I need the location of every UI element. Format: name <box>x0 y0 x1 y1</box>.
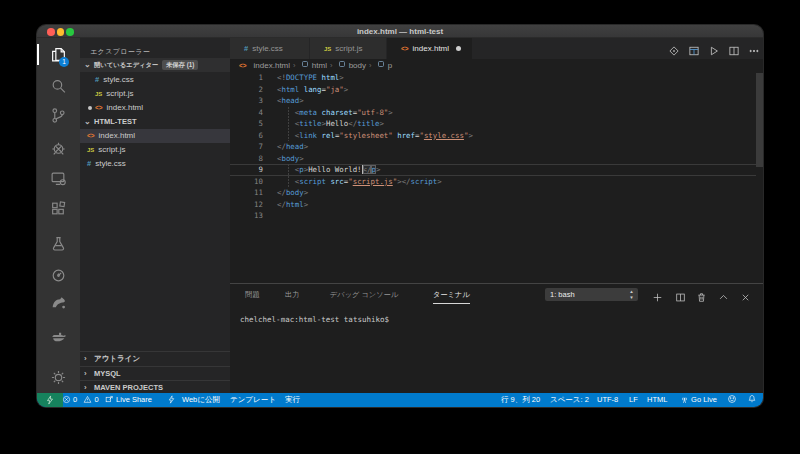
symbol-element-icon <box>377 59 385 72</box>
panel-tab-terminal[interactable]: ターミナル <box>433 288 470 304</box>
cursor-position[interactable]: 行 9、列 20 <box>501 393 540 407</box>
project-clock-icon[interactable] <box>50 267 67 284</box>
close-panel-icon[interactable] <box>740 289 751 300</box>
open-editor-item[interactable]: <>index.html <box>80 101 230 115</box>
encoding-status[interactable]: UTF-8 <box>597 393 618 407</box>
language-mode[interactable]: HTML <box>647 393 667 407</box>
source-control-icon[interactable] <box>50 107 67 124</box>
explorer-sidebar: エクスプローラー ⌄ 開いているエディター 未保存 (1) #style.css… <box>80 38 230 393</box>
code-line[interactable]: 3<head> <box>230 95 763 107</box>
chevron-down-icon: ⌄ <box>84 58 91 72</box>
js-file-icon: JS <box>95 91 102 97</box>
run-button[interactable]: 実行 <box>285 393 300 407</box>
remote-explorer-icon[interactable] <box>50 170 67 187</box>
live-share-status[interactable]: Live Share <box>105 393 152 407</box>
code-lines: 1<!DOCTYPE html>2<html lang="ja">3<head>… <box>230 72 763 222</box>
remote-indicator[interactable] <box>37 393 63 407</box>
open-editors-header[interactable]: ⌄ 開いているエディター 未保存 (1) <box>80 58 230 72</box>
vscode-window: index.html — html-test 1 <box>37 25 763 407</box>
breadcrumb-item[interactable]: body <box>349 61 366 70</box>
code-line[interactable]: 8<body> <box>230 153 763 165</box>
modified-dot <box>456 46 461 51</box>
breadcrumb: <>index.html› html› body› p <box>230 59 763 72</box>
js-file-icon: JS <box>87 147 94 153</box>
mysql-icon[interactable] <box>50 294 67 311</box>
indent-guide <box>288 107 289 142</box>
tab-style-css[interactable]: #style.css <box>230 38 310 59</box>
css-file-icon: # <box>244 44 248 53</box>
outline-section[interactable]: › アウトライン <box>80 351 230 365</box>
maximize-panel-icon[interactable] <box>718 289 729 300</box>
code-line[interactable]: 10 <script src="script.js"></script> <box>230 176 763 188</box>
feedback-bolt-icon[interactable] <box>167 393 176 407</box>
gear-icon[interactable] <box>50 369 67 386</box>
panel-tab-output[interactable]: 出力 <box>285 288 299 304</box>
problems-status[interactable]: 0 0 <box>62 393 99 407</box>
split-editor-icon[interactable] <box>728 43 740 55</box>
bottom-panel: 問題 出力 デバッグ コンソール ターミナル 1: bash ▲▼ chelch… <box>230 283 763 393</box>
editor-scrollbar[interactable] <box>756 73 763 167</box>
feedback-smiley-icon[interactable] <box>727 393 737 407</box>
open-editor-item[interactable]: #style.css <box>80 73 230 87</box>
tab-script-js[interactable]: JSscript.js <box>310 38 387 59</box>
js-file-icon: JS <box>324 46 331 52</box>
new-terminal-icon[interactable] <box>652 289 663 300</box>
code-line[interactable]: 1<!DOCTYPE html> <box>230 72 763 84</box>
tab-index-html[interactable]: <>index.html <box>387 38 473 59</box>
unsaved-badge: 未保存 (1) <box>162 60 198 70</box>
html-file-icon: <> <box>87 132 95 139</box>
indentation-status[interactable]: スペース: 2 <box>550 393 589 407</box>
chevron-right-icon: › <box>84 367 87 381</box>
open-editor-item[interactable]: JSscript.js <box>80 87 230 101</box>
code-line[interactable]: 4 <meta charset="utf-8"> <box>230 107 763 119</box>
breadcrumb-item[interactable]: html <box>312 61 327 70</box>
workspace-header[interactable]: ⌄ HTML-TEST <box>80 115 230 129</box>
panel-tab-problems[interactable]: 問題 <box>245 288 259 304</box>
css-file-icon: # <box>95 75 99 84</box>
tree-item-index-html[interactable]: <>index.html <box>80 129 230 143</box>
code-line[interactable]: 7</head> <box>230 141 763 153</box>
eol-status[interactable]: LF <box>629 393 638 407</box>
extensions-icon[interactable] <box>50 200 67 217</box>
tree-item-script-js[interactable]: JSscript.js <box>80 143 230 157</box>
chevron-down-icon: ⌄ <box>84 115 91 129</box>
publish-web-button[interactable]: Webに公開 <box>182 393 220 407</box>
code-editor[interactable]: 1<!DOCTYPE html>2<html lang="ja">3<head>… <box>230 72 763 283</box>
shell-select[interactable]: 1: bash ▲▼ <box>545 288 638 301</box>
sidebar-title: エクスプローラー <box>90 47 150 57</box>
more-actions-icon[interactable] <box>748 43 760 55</box>
code-line[interactable]: 12</html> <box>230 199 763 211</box>
test-flask-icon[interactable] <box>50 235 67 252</box>
breadcrumb-item[interactable]: p <box>388 61 392 70</box>
editor-tab-bar: #style.css JSscript.js <>index.html <box>230 38 763 59</box>
symbol-element-icon <box>338 59 346 72</box>
live-server-icon[interactable] <box>668 43 680 55</box>
search-icon[interactable] <box>50 78 67 95</box>
tree-item-style-css[interactable]: #style.css <box>80 157 230 171</box>
css-file-icon: # <box>87 159 91 168</box>
run-icon[interactable] <box>708 43 720 55</box>
split-terminal-icon[interactable] <box>675 289 686 300</box>
html-file-icon: <> <box>95 104 103 111</box>
code-line[interactable]: 13 <box>230 210 763 222</box>
html-file-icon: <> <box>239 59 251 72</box>
code-line[interactable]: 11</body> <box>230 187 763 199</box>
terminal-prompt[interactable]: chelchel-mac:html-test tatsuhiko$ <box>240 315 389 324</box>
code-line[interactable]: 6 <link rel="stylesheet" href="style.css… <box>230 130 763 142</box>
template-icon[interactable] <box>688 43 700 55</box>
go-live-button[interactable]: Go Live <box>680 393 717 407</box>
debug-icon[interactable] <box>50 140 67 157</box>
explorer-badge: 1 <box>59 57 69 67</box>
kill-terminal-icon[interactable] <box>696 289 707 300</box>
html-file-icon: <> <box>401 45 409 52</box>
panel-tab-debug-console[interactable]: デバッグ コンソール <box>330 288 398 304</box>
notifications-bell-icon[interactable] <box>747 393 757 407</box>
mysql-section[interactable]: › MYSQL <box>80 366 230 380</box>
code-line[interactable]: 2<html lang="ja"> <box>230 84 763 96</box>
template-button[interactable]: テンプレート <box>230 393 276 407</box>
code-line[interactable]: 5 <title>Hello</title> <box>230 118 763 130</box>
select-stepper-icon: ▲▼ <box>627 289 636 300</box>
breadcrumb-item[interactable]: index.html <box>254 61 290 70</box>
code-line[interactable]: 9 <p>Hello World!</p> <box>230 164 763 176</box>
docker-icon[interactable] <box>50 327 67 344</box>
